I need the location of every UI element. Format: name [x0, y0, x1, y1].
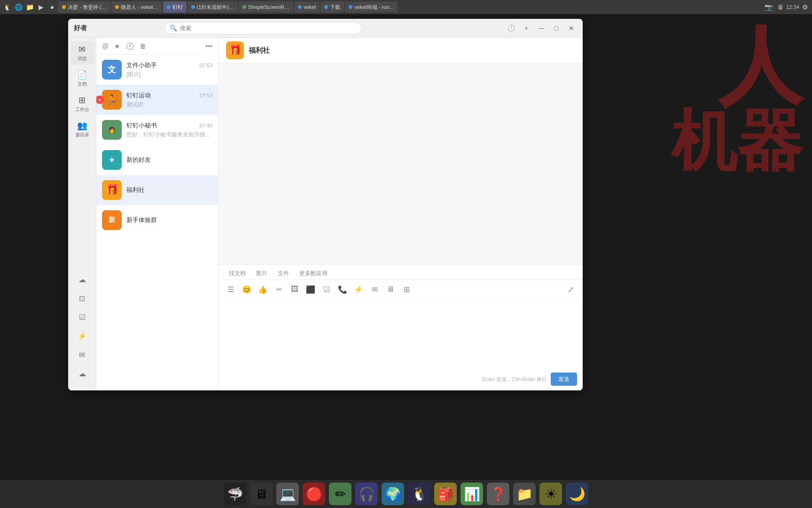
monitor-icon[interactable]: 🖥: [775, 2, 786, 12]
lightning-toolbar-icon[interactable]: ⚡: [352, 283, 365, 296]
chat-name-row-6: 新手体验群: [126, 216, 212, 224]
scissors-icon[interactable]: ✂: [272, 283, 285, 296]
dock-icon-shark[interactable]: 🦈: [224, 483, 246, 505]
tab-find-doc[interactable]: 找文档: [224, 268, 250, 279]
avatar-newfriend: +: [102, 150, 122, 170]
workspace-label: 工作台: [75, 106, 89, 113]
avatar-xinshou: 新: [102, 210, 122, 230]
sidebar-item-workspace[interactable]: ⊞ 工作台: [70, 92, 94, 116]
dock-icon-sun[interactable]: ☀: [539, 483, 562, 505]
avatar-fulishe: 🎁: [102, 180, 122, 200]
mail-toolbar-icon[interactable]: ✉: [368, 283, 381, 296]
chat-name-row-2: 钉钉运动 07:53: [126, 91, 212, 100]
tab-image[interactable]: 图片: [251, 268, 272, 279]
minimize-button[interactable]: ─: [536, 23, 547, 34]
clock-list-icon[interactable]: 🕐: [126, 42, 134, 50]
documents-icon: 📄: [77, 70, 87, 80]
dock-icon-headphones[interactable]: 🎧: [355, 483, 378, 505]
dock-icon-earth[interactable]: 🌍: [382, 483, 404, 505]
dock-icon-chart[interactable]: 📊: [461, 483, 483, 505]
message-input[interactable]: [219, 299, 583, 370]
dock-icon-folder[interactable]: 📁: [513, 483, 536, 505]
chat-items: 文 文件小助手 07:53 [图片] ✕ 🏃 钉钉: [96, 55, 218, 390]
search-bar[interactable]: 🔍: [164, 22, 362, 34]
more-icon[interactable]: •••: [205, 42, 212, 50]
taskbar-tab-tab7[interactable]: 下载: [320, 1, 344, 13]
documents-label: 文档: [78, 81, 87, 87]
cloud2-icon[interactable]: ☁: [75, 366, 90, 381]
taskbar-tab-tab2[interactable]: 微器人 - veket…: [111, 1, 162, 13]
screenshot-icon[interactable]: 📷: [763, 2, 773, 12]
dock-icon-red[interactable]: 🔴: [303, 483, 325, 505]
chat-item-fulishe[interactable]: 🎁 福利社: [96, 175, 218, 205]
wifi-icon[interactable]: ●: [47, 2, 57, 12]
phone-icon[interactable]: 📞: [336, 283, 349, 296]
emoji-icon[interactable]: 😊: [240, 283, 253, 296]
dock-icon-pen[interactable]: ✏: [329, 483, 351, 505]
chat-info-xinshou: 新手体验群: [126, 216, 212, 224]
tab-more-apps[interactable]: 更多酷应用: [295, 268, 332, 279]
dock-icon-bag[interactable]: 🎒: [434, 483, 457, 505]
lightning-nav-icon[interactable]: ⚡: [75, 328, 90, 343]
taskbar-top: 🐧 🌐 📁 ▶ ● 决爱 - 詹雯婷 (…微器人 - veket…钉钉(1封未读…: [0, 0, 812, 14]
chat-item-wenjian[interactable]: 文 文件小助手 07:53 [图片]: [96, 55, 218, 85]
list-icon[interactable]: ☰: [224, 283, 237, 296]
at-icon[interactable]: @: [102, 42, 109, 50]
star-icon[interactable]: ★: [114, 42, 120, 50]
chat-info-fulishe: 福利社: [126, 186, 212, 194]
title-actions: 🕐 ＋ ─ □ ✕: [506, 23, 577, 34]
dock-icon-penguin[interactable]: 🐧: [408, 483, 430, 505]
maximize-button[interactable]: □: [551, 23, 562, 34]
sidebar-item-documents[interactable]: 📄 文档: [70, 67, 94, 90]
chat-name-row-3: 钉钉小秘书 07:40: [126, 121, 212, 130]
add-button[interactable]: ＋: [521, 23, 532, 34]
files-icon[interactable]: 📁: [24, 2, 35, 12]
task-icon[interactable]: ☑: [320, 283, 333, 296]
dock-icon-moon[interactable]: 🌙: [566, 483, 588, 505]
taskbar-tab-tab4[interactable]: (1封未读邮件)…: [187, 1, 238, 13]
check-icon[interactable]: ☑: [75, 310, 90, 325]
chat-name-mishi: 钉钉小秘书: [126, 121, 157, 130]
workspace-icon: ⊞: [78, 95, 86, 105]
expand-icon[interactable]: ⤢: [564, 283, 577, 296]
chat-info-wenjian: 文件小助手 07:53 [图片]: [126, 61, 212, 79]
chat-time-dingyundong: 07:53: [199, 93, 212, 98]
browser-icon[interactable]: 🌐: [13, 2, 23, 12]
messages-label: 消息: [78, 56, 87, 62]
chat-item-mishi[interactable]: 👩 钉钉小秘书 07:40 您好，钉钉小秘书服务全面升级，…: [96, 115, 218, 145]
mail-nav-icon[interactable]: ✉: [75, 347, 90, 362]
arrow-icon[interactable]: ▶: [36, 2, 46, 12]
tab-file[interactable]: 文件: [273, 268, 294, 279]
chat-item-xinshou[interactable]: 新 新手体验群: [96, 205, 218, 235]
tray-icon[interactable]: ⚙: [800, 2, 810, 12]
taskbar-tab-tab1[interactable]: 决爱 - 詹雯婷 (…: [58, 1, 110, 13]
chat-list: @ ★ 🕐 🗑 ••• 文 文件小助手 07:53 [图片]: [96, 38, 219, 390]
history-icon[interactable]: 🕐: [506, 23, 517, 34]
table-toolbar-icon[interactable]: ⊞: [400, 283, 413, 296]
search-input[interactable]: [180, 25, 357, 32]
dock-icon-monitor[interactable]: 🖥: [250, 483, 273, 505]
close-button[interactable]: ✕: [566, 23, 577, 34]
screen-toolbar-icon[interactable]: 🖥: [384, 283, 397, 296]
trash-icon[interactable]: 🗑: [140, 42, 146, 50]
image-icon[interactable]: 🖼: [288, 283, 301, 296]
sidebar-item-contacts[interactable]: 👥 通讯录: [70, 118, 94, 141]
send-button[interactable]: 发送: [551, 373, 577, 386]
dock-icon-finder[interactable]: 💻: [276, 483, 299, 505]
taskbar-tab-tab5[interactable]: SImpleScreenR…: [239, 1, 293, 13]
cloud-icon[interactable]: ☁: [75, 272, 90, 287]
messages-icon: ✉: [78, 44, 86, 55]
taskbar-tab-tab3[interactable]: 钉钉: [163, 1, 187, 13]
avatar-dingyundong: 🏃: [102, 90, 122, 110]
video-icon[interactable]: ⬛: [304, 283, 317, 296]
scan-icon[interactable]: ⊡: [75, 291, 90, 306]
taskbar-tab-tab6[interactable]: veket: [294, 1, 320, 13]
chat-item-dingyundong[interactable]: ✕ 🏃 钉钉运动 07:53 测试的: [96, 85, 218, 115]
dock-icon-question[interactable]: ❓: [487, 483, 509, 505]
sidebar-item-messages[interactable]: ✉ 消息: [70, 41, 94, 65]
system-menu-icon[interactable]: 🐧: [2, 2, 12, 12]
chat-item-newfriend[interactable]: + 新的好友: [96, 145, 218, 175]
chat-info-dingyundong: 钉钉运动 07:53 测试的: [126, 91, 212, 109]
like-icon[interactable]: 👍: [256, 283, 269, 296]
taskbar-tab-tab8[interactable]: veket终端 - roo…: [345, 1, 398, 13]
